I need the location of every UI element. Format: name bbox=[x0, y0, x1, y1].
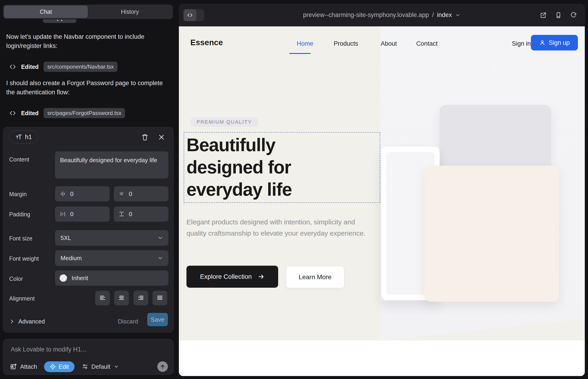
advanced-toggle[interactable]: Advanced bbox=[9, 316, 45, 327]
align-left-button[interactable] bbox=[95, 291, 110, 305]
color-value: Inherit bbox=[72, 275, 88, 282]
explore-collection-button[interactable]: Explore Collection bbox=[186, 266, 278, 288]
padding-x-value: 0 bbox=[70, 211, 73, 218]
tab-chat[interactable]: Chat bbox=[4, 5, 88, 18]
font-weight-select[interactable]: Medium bbox=[55, 250, 168, 266]
save-button[interactable]: Save bbox=[147, 313, 168, 326]
hero-section: Essence Home Products About Contact Sign… bbox=[179, 26, 585, 340]
url-separator: / bbox=[432, 12, 434, 19]
edit-label: Edit bbox=[59, 363, 69, 370]
site-page: Essence Home Products About Contact Sign… bbox=[179, 26, 585, 376]
margin-y-input[interactable]: 0 bbox=[114, 186, 168, 201]
app-window: Chat History Now let's update the Navbar… bbox=[0, 0, 588, 379]
margin-x-input[interactable]: 0 bbox=[55, 186, 110, 201]
sign-in-link[interactable]: Sign in bbox=[512, 40, 531, 47]
attach-label: Attach bbox=[20, 363, 37, 370]
url-breadcrumb[interactable]: preview--charming-site-symphony.lovable.… bbox=[179, 4, 585, 26]
model-default-dropdown[interactable]: Default bbox=[82, 363, 119, 370]
refresh-button[interactable] bbox=[570, 12, 577, 19]
url-page: index bbox=[437, 12, 452, 19]
file-edit-row: Edited src/pages/ForgotPassword.tsx bbox=[9, 107, 125, 119]
chevron-down-icon bbox=[157, 235, 163, 241]
preview-actions bbox=[540, 4, 577, 26]
chevron-down-icon bbox=[455, 12, 461, 18]
edited-label: Edited bbox=[21, 110, 39, 117]
alignment-label: Alignment bbox=[9, 295, 35, 302]
align-justify-button[interactable] bbox=[153, 291, 167, 305]
sliders-icon bbox=[82, 363, 88, 370]
align-center-button[interactable] bbox=[114, 291, 129, 305]
site-logo[interactable]: Essence bbox=[190, 38, 223, 47]
scrolled-chip-remnant bbox=[43, 19, 76, 23]
code-icon bbox=[9, 110, 16, 117]
sign-up-label: Sign up bbox=[549, 39, 570, 46]
vertical-padding-icon bbox=[118, 211, 125, 217]
edited-file-chip[interactable]: src/components/Navbar.tsx bbox=[44, 62, 117, 72]
product-card-beige bbox=[424, 166, 559, 302]
font-weight-value: Medium bbox=[61, 255, 82, 262]
attach-button[interactable]: Attach bbox=[10, 363, 37, 370]
url-host: preview--charming-site-symphony.lovable.… bbox=[303, 12, 429, 19]
chat-sidebar: Chat History Now let's update the Navbar… bbox=[0, 0, 179, 379]
tag-name: h1 bbox=[25, 134, 32, 141]
content-textarea[interactable]: Beautifully designed for everyday life bbox=[55, 151, 168, 178]
learn-more-button[interactable]: Learn More bbox=[286, 266, 344, 288]
hero-paragraph[interactable]: Elegant products designed with intention… bbox=[186, 216, 372, 239]
advanced-label: Advanced bbox=[18, 318, 45, 325]
send-button[interactable] bbox=[157, 361, 168, 372]
font-weight-label: Font weight bbox=[9, 255, 39, 262]
margin-x-value: 0 bbox=[70, 190, 73, 198]
tab-history[interactable]: History bbox=[88, 5, 172, 18]
image-plus-icon bbox=[10, 363, 17, 370]
color-picker-field[interactable]: Inherit bbox=[55, 270, 168, 286]
file-edit-row: Edited src/components/Navbar.tsx bbox=[9, 61, 117, 73]
close-panel-button[interactable] bbox=[156, 132, 167, 142]
element-editor-panel: h1 Content Beautifully designed for ever… bbox=[3, 127, 174, 333]
preview-window: preview--charming-site-symphony.lovable.… bbox=[179, 4, 585, 376]
edit-mode-button[interactable]: Edit bbox=[44, 361, 75, 372]
horizontal-spacing-icon bbox=[60, 191, 66, 197]
hero-heading[interactable]: Beautifully designed for everyday life bbox=[186, 134, 356, 201]
delete-element-button[interactable] bbox=[140, 132, 150, 142]
font-size-value: 5XL bbox=[61, 235, 71, 242]
nav-link-home[interactable]: Home bbox=[297, 40, 313, 47]
open-external-button[interactable] bbox=[540, 12, 547, 19]
assistant-message: Now let's update the Navbar component to… bbox=[6, 32, 170, 50]
explore-collection-label: Explore Collection bbox=[200, 273, 252, 280]
margin-y-value: 0 bbox=[129, 190, 132, 198]
premium-quality-badge: PREMIUM QUALITY bbox=[190, 117, 259, 127]
active-nav-underline bbox=[289, 53, 310, 54]
nav-link-products[interactable]: Products bbox=[334, 40, 358, 47]
margin-label: Margin bbox=[9, 191, 27, 198]
default-label: Default bbox=[92, 363, 110, 370]
nav-link-about[interactable]: About bbox=[381, 40, 397, 47]
vertical-spacing-icon bbox=[118, 191, 125, 197]
chevron-down-icon bbox=[113, 364, 119, 369]
content-label: Content bbox=[9, 156, 29, 163]
align-right-button[interactable] bbox=[134, 291, 148, 305]
padding-y-input[interactable]: 0 bbox=[114, 206, 168, 222]
composer-toolbar: Attach Edit Default bbox=[10, 361, 168, 372]
target-icon bbox=[49, 363, 56, 370]
chat-history-tabbar: Chat History bbox=[3, 5, 173, 19]
chat-composer[interactable]: Ask Lovable to modify H1... Attach Edit bbox=[3, 339, 174, 375]
user-icon bbox=[539, 39, 546, 46]
discard-button[interactable]: Discard bbox=[118, 316, 138, 327]
font-size-select[interactable]: 5XL bbox=[55, 230, 168, 246]
font-size-label: Font size bbox=[9, 235, 32, 242]
horizontal-padding-icon bbox=[60, 211, 66, 217]
padding-x-input[interactable]: 0 bbox=[55, 206, 110, 222]
assistant-message: I should also create a Forgot Password p… bbox=[6, 79, 170, 97]
edited-label: Edited bbox=[21, 63, 39, 70]
padding-y-value: 0 bbox=[129, 211, 132, 218]
sign-up-button[interactable]: Sign up bbox=[531, 35, 578, 50]
composer-placeholder: Ask Lovable to modify H1... bbox=[11, 346, 86, 353]
selected-element-tag[interactable]: h1 bbox=[9, 130, 38, 144]
nav-link-contact[interactable]: Contact bbox=[416, 40, 438, 47]
edited-file-chip[interactable]: src/pages/ForgotPassword.tsx bbox=[44, 108, 125, 118]
mobile-view-button[interactable] bbox=[555, 12, 562, 19]
color-label: Color bbox=[9, 276, 23, 282]
chevron-down-icon bbox=[157, 255, 163, 261]
color-swatch bbox=[60, 274, 67, 282]
type-icon bbox=[15, 134, 22, 141]
